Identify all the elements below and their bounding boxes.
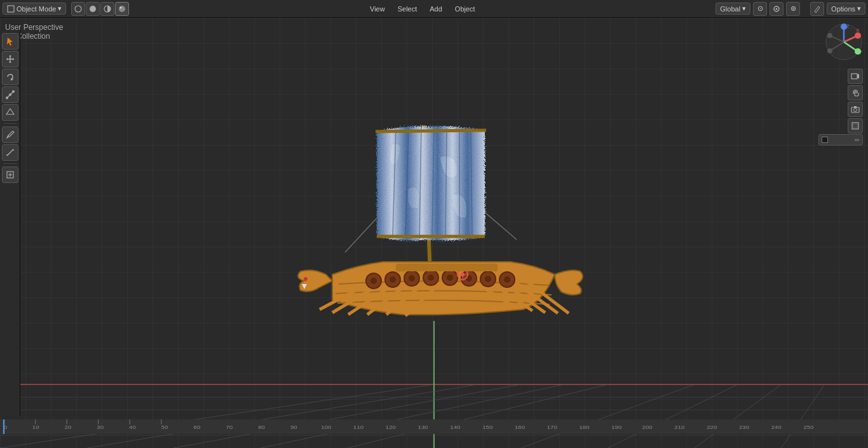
svg-text:130: 130 <box>418 424 428 430</box>
camera-icon-btn[interactable] <box>848 102 863 117</box>
toolbar-divider-1 <box>4 123 17 124</box>
svg-text:70: 70 <box>226 424 233 430</box>
svg-text:40: 40 <box>129 424 136 430</box>
svg-line-24 <box>261 384 564 402</box>
svg-text:190: 190 <box>611 424 621 430</box>
svg-text:120: 120 <box>386 424 396 430</box>
svg-text:20: 20 <box>65 424 72 430</box>
svg-line-27 <box>607 384 738 402</box>
svg-line-29 <box>781 384 824 402</box>
move-tool[interactable] <box>2 51 18 67</box>
camera-view-btn[interactable] <box>848 69 863 84</box>
svg-text:140: 140 <box>450 424 460 430</box>
svg-point-107 <box>12 90 15 93</box>
rotate-tool[interactable] <box>2 69 18 85</box>
svg-point-71 <box>447 275 453 281</box>
svg-rect-82 <box>396 264 498 271</box>
viewport-canvas[interactable]: User Perspective (1) Collection <box>0 31 868 402</box>
toolbar-divider-2 <box>4 163 17 164</box>
svg-line-21 <box>0 384 434 402</box>
svg-point-108 <box>6 97 8 99</box>
svg-point-75 <box>485 276 491 282</box>
measure-tool[interactable] <box>2 144 18 161</box>
svg-text:80: 80 <box>258 424 265 430</box>
svg-line-111 <box>8 135 10 137</box>
svg-line-26 <box>521 384 695 402</box>
svg-line-28 <box>695 384 782 402</box>
svg-text:220: 220 <box>707 424 717 430</box>
svg-text:200: 200 <box>642 424 653 430</box>
svg-text:240: 240 <box>771 424 782 430</box>
svg-text:180: 180 <box>579 424 589 430</box>
timeline-ruler-svg: 0 10 20 30 40 50 60 70 80 90 100 110 120… <box>0 419 868 434</box>
svg-rect-102 <box>853 124 857 128</box>
svg-point-69 <box>428 275 434 281</box>
svg-text:100: 100 <box>321 424 331 430</box>
svg-point-109 <box>9 93 11 96</box>
svg-line-22 <box>87 384 478 402</box>
svg-line-23 <box>173 384 520 402</box>
svg-point-99 <box>854 109 857 112</box>
scale-tool[interactable] <box>2 86 18 103</box>
svg-text:30: 30 <box>97 424 104 430</box>
svg-point-50 <box>304 277 308 281</box>
content-area: Object Mode ▾ <box>0 31 868 402</box>
svg-text:210: 210 <box>674 424 684 430</box>
transform-tool[interactable] <box>2 104 18 121</box>
svg-text:150: 150 <box>482 424 492 430</box>
camera-field[interactable]: ✏ <box>818 134 863 146</box>
svg-text:110: 110 <box>353 424 363 430</box>
svg-text:170: 170 <box>547 424 557 430</box>
cursor-tool[interactable] <box>2 33 18 50</box>
svg-point-94 <box>827 48 832 53</box>
viewport-area: Object Mode ▾ <box>0 31 728 402</box>
viking-ship <box>269 112 599 354</box>
add-object-tool[interactable] <box>2 166 18 183</box>
svg-point-63 <box>370 278 377 284</box>
svg-line-112 <box>7 149 13 156</box>
annotate-tool[interactable] <box>2 126 18 143</box>
viewport-right-tools <box>848 69 863 133</box>
grid-background: User Perspective (1) Collection <box>0 31 868 402</box>
svg-text:90: 90 <box>290 424 297 430</box>
orientation-gizmo[interactable]: X Y Z <box>825 31 863 61</box>
hand-tool-btn[interactable] <box>848 85 863 100</box>
svg-point-85 <box>855 32 861 39</box>
svg-line-25 <box>347 384 607 402</box>
svg-text:250: 250 <box>803 424 813 430</box>
camera-edit-icon[interactable]: ✏ <box>855 137 860 144</box>
svg-text:60: 60 <box>194 424 201 430</box>
render-region-btn[interactable] <box>848 118 863 133</box>
svg-marker-110 <box>6 109 14 114</box>
camera-color-swatch <box>822 137 828 143</box>
svg-point-65 <box>390 276 396 283</box>
svg-point-77 <box>504 276 510 283</box>
svg-point-67 <box>409 275 415 282</box>
svg-text:160: 160 <box>515 424 525 430</box>
svg-point-96 <box>827 33 832 38</box>
svg-line-48 <box>376 130 486 132</box>
full-layout: File Edit Render Window Help Scene ▾ ⋯ V… <box>0 0 868 448</box>
svg-rect-100 <box>854 106 857 108</box>
svg-text:50: 50 <box>161 424 168 430</box>
svg-rect-97 <box>851 74 857 79</box>
svg-text:10: 10 <box>32 424 39 430</box>
left-toolbar <box>0 31 20 402</box>
timeline-ruler-area[interactable]: 0 10 20 30 40 50 60 70 80 90 100 110 120… <box>0 419 868 434</box>
svg-text:X: X <box>856 31 860 33</box>
svg-text:230: 230 <box>739 424 749 430</box>
svg-text:Y: Y <box>858 50 862 55</box>
